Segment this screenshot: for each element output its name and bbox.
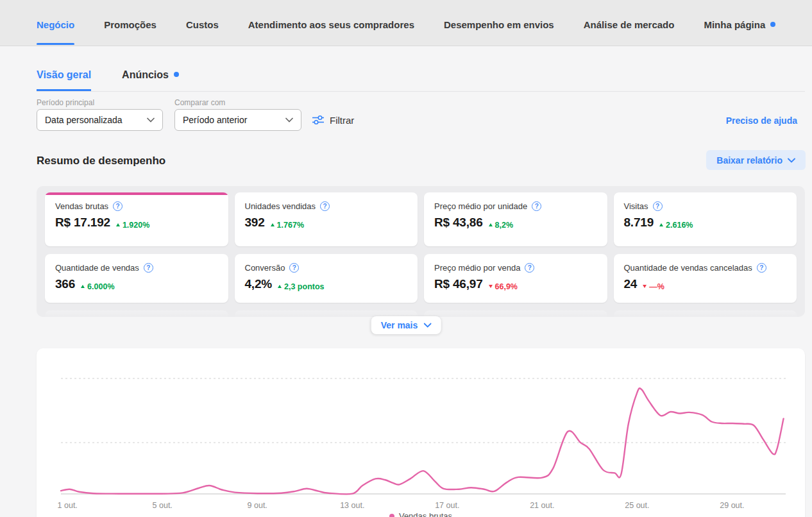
- chevron-down-icon: [285, 117, 293, 123]
- metric-value: 24: [624, 277, 638, 291]
- x-axis-tick: 1 out.: [58, 501, 78, 510]
- metric-card-ghost: [614, 310, 797, 317]
- triangle-up-icon: [116, 223, 120, 226]
- download-report-label: Baixar relatório: [716, 155, 782, 165]
- filter-button-label: Filtrar: [330, 115, 354, 126]
- help-question-icon[interactable]: [320, 201, 330, 211]
- download-report-button[interactable]: Baixar relatório: [706, 150, 806, 170]
- metric-card-ghost: [45, 310, 228, 317]
- nav-item-promocoes[interactable]: Promoções: [104, 19, 156, 46]
- help-question-icon[interactable]: [289, 263, 299, 273]
- metric-value: 366: [55, 277, 75, 291]
- help-question-icon[interactable]: [113, 201, 123, 211]
- chevron-down-icon: [423, 323, 431, 328]
- compare-label: Comparar com: [174, 98, 225, 107]
- metric-delta: 2.616%: [659, 221, 693, 230]
- metric-card-quantidade-de-vendas[interactable]: Quantidade de vendas3666.000%: [45, 254, 228, 303]
- filter-button[interactable]: Filtrar: [312, 109, 354, 131]
- x-axis-tick: 17 out.: [435, 501, 459, 510]
- nav-item-desempenho-em-envios[interactable]: Desempenho em envios: [444, 19, 554, 46]
- metric-value: 392: [245, 216, 265, 230]
- metric-label: Unidades vendidas: [245, 201, 316, 211]
- metric-label: Conversão: [245, 263, 285, 273]
- metric-value: R$ 46,97: [434, 277, 483, 291]
- metric-card-quantidade-de-vendas-canceladas[interactable]: Quantidade de vendas canceladas24—%: [614, 254, 797, 303]
- help-question-icon[interactable]: [525, 263, 534, 273]
- metric-delta: 2,3 pontos: [278, 282, 325, 291]
- metric-card-visitas[interactable]: Visitas8.7192.616%: [614, 192, 797, 246]
- metric-value: R$ 17.192: [55, 216, 110, 230]
- chart-legend: Vendas brutas: [37, 511, 805, 517]
- metric-delta: 1.767%: [271, 221, 304, 230]
- section-title: Resumo de desempenho: [37, 155, 165, 167]
- metric-card-ghost: [424, 310, 607, 317]
- nav-item-analise-de-mercado[interactable]: Análise de mercado: [584, 19, 675, 46]
- tab-anuncios[interactable]: Anúncios: [122, 69, 179, 91]
- metrics-panel: Vendas brutasR$ 17.1921.920%Unidades ven…: [37, 186, 805, 317]
- help-question-icon[interactable]: [757, 263, 766, 273]
- metric-card-vendas-brutas[interactable]: Vendas brutasR$ 17.1921.920%: [45, 192, 228, 246]
- nav-item-atendimento-aos-seus-compradores[interactable]: Atendimento aos seus compradores: [248, 19, 414, 46]
- metric-label: Quantidade de vendas canceladas: [624, 263, 752, 273]
- chevron-down-icon: [788, 158, 795, 163]
- chevron-down-icon: [147, 117, 155, 123]
- series-line: [61, 388, 784, 494]
- metric-card-conversao[interactable]: Conversão4,2%2,3 pontos: [235, 254, 418, 303]
- triangle-down-icon: [489, 285, 493, 288]
- period-label: Período principal: [37, 98, 94, 107]
- metric-label: Preço médio por unidade: [434, 201, 527, 211]
- metric-delta: 8,2%: [489, 221, 514, 230]
- help-question-icon[interactable]: [532, 201, 541, 211]
- legend-label: Vendas brutas: [399, 511, 452, 517]
- metric-value: 4,2%: [245, 277, 273, 291]
- legend-dot-icon: [389, 514, 394, 517]
- triangle-down-icon: [643, 285, 647, 288]
- x-axis-tick: 5 out.: [153, 501, 173, 510]
- metric-value: R$ 43,86: [434, 216, 483, 230]
- top-nav: NegócioPromoçõesCustosAtendimento aos se…: [0, 0, 812, 46]
- metric-delta: 66,9%: [489, 282, 518, 291]
- metric-delta: 6.000%: [81, 282, 114, 291]
- help-question-icon[interactable]: [653, 201, 663, 211]
- nav-item-minha-pagina[interactable]: Minha página: [704, 19, 775, 46]
- help-question-icon[interactable]: [144, 263, 153, 273]
- metric-delta: —%: [643, 282, 664, 291]
- x-axis-tick: 25 out.: [625, 501, 649, 510]
- compare-select-value: Período anterior: [183, 115, 247, 125]
- triangle-up-icon: [271, 223, 275, 226]
- nav-item-custos[interactable]: Custos: [186, 19, 219, 46]
- tab-visao-geral[interactable]: Visão geral: [37, 69, 91, 91]
- notification-dot-icon: [174, 72, 179, 77]
- metric-card-preco-medio-por-unidade[interactable]: Preço médio por unidadeR$ 43,868,2%: [424, 192, 607, 246]
- filter-sliders-icon: [312, 115, 324, 124]
- see-more-label: Ver mais: [381, 320, 418, 330]
- x-axis-tick: 21 out.: [530, 501, 554, 510]
- triangle-up-icon: [278, 285, 282, 288]
- x-axis-tick: 29 out.: [720, 501, 744, 510]
- help-link[interactable]: Preciso de ajuda: [726, 115, 797, 126]
- nav-item-negocio[interactable]: Negócio: [37, 19, 74, 46]
- metric-card-unidades-vendidas[interactable]: Unidades vendidas3921.767%: [235, 192, 418, 246]
- x-axis-tick: 13 out.: [340, 501, 364, 510]
- triangle-up-icon: [659, 223, 663, 226]
- chart-card: 1 out.5 out.9 out.13 out.17 out.21 out.2…: [37, 348, 805, 517]
- metric-label: Visitas: [624, 201, 648, 211]
- metric-label: Preço médio por venda: [434, 263, 520, 273]
- compare-select[interactable]: Período anterior: [174, 109, 301, 131]
- triangle-up-icon: [489, 223, 493, 226]
- metric-value: 8.719: [624, 216, 654, 230]
- triangle-up-icon: [81, 285, 85, 288]
- x-axis-tick: 9 out.: [248, 501, 267, 510]
- sub-tabs: Visão geralAnúncios: [37, 69, 805, 92]
- metric-delta: 1.920%: [116, 221, 149, 230]
- period-select[interactable]: Data personalizada: [37, 109, 163, 131]
- notification-dot-icon: [770, 22, 775, 27]
- see-more-button[interactable]: Ver mais: [371, 316, 441, 334]
- period-select-value: Data personalizada: [45, 115, 123, 125]
- selected-metric-bar: [45, 192, 228, 195]
- metric-card-preco-medio-por-venda[interactable]: Preço médio por vendaR$ 46,9766,9%: [424, 254, 607, 303]
- performance-chart: 1 out.5 out.9 out.13 out.17 out.21 out.2…: [37, 348, 805, 517]
- metric-label: Vendas brutas: [55, 201, 108, 211]
- metric-label: Quantidade de vendas: [55, 263, 139, 273]
